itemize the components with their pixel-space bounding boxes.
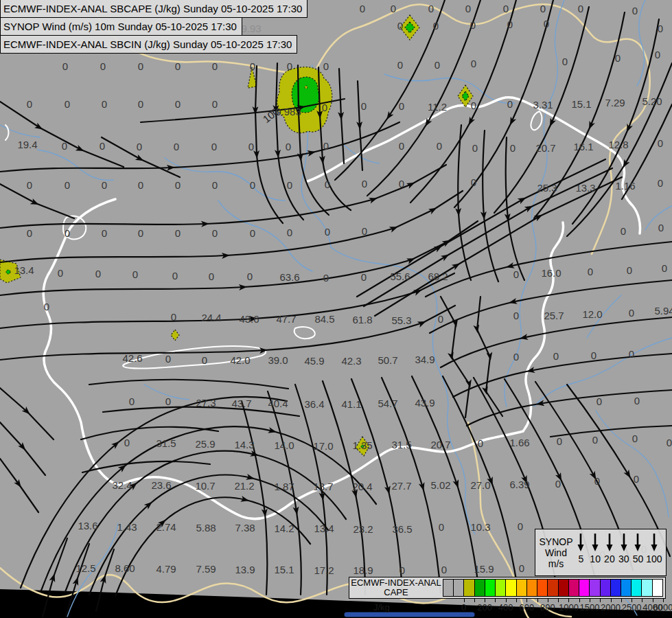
station-value: 17.0 (313, 440, 333, 452)
station-value: 0 (138, 227, 143, 239)
station-value: 0 (662, 262, 667, 274)
national-border (43, 199, 120, 485)
station-value: 0 (397, 20, 403, 32)
station-value: 0 (472, 142, 478, 154)
station-value: 0 (667, 437, 672, 448)
station-value: 0 (658, 177, 663, 189)
station-value: 0 (438, 313, 443, 325)
station-value: 0 (95, 268, 101, 279)
station-value: 0 (540, 3, 546, 14)
station-value: 0 (250, 60, 255, 72)
station-value: 0 (165, 396, 171, 407)
station-value: 61.8 (352, 314, 372, 325)
station-value: 0 (435, 59, 440, 71)
station-value: 12.5 (76, 562, 95, 574)
wind-streamline (375, 177, 622, 316)
station-value: 0 (44, 301, 49, 312)
station-value: 15.1 (274, 564, 294, 575)
station-value: 0 (165, 353, 171, 365)
station-value: 0 (399, 100, 404, 112)
station-value: 0 (557, 435, 562, 447)
cape-color-cell (559, 580, 569, 596)
wind-streamline (483, 130, 498, 282)
cape-unit-label: J/kg (373, 602, 390, 613)
wind-speed-label: 50 (633, 554, 644, 564)
wind-streamline (255, 66, 283, 223)
station-value: 0 (323, 60, 329, 72)
national-border (523, 222, 564, 431)
station-value: 15.1 (571, 98, 591, 110)
wind-streamline (0, 306, 455, 360)
wind-arrow-item: 10 (589, 532, 601, 574)
station-value: 0 (175, 179, 181, 191)
station-value: 3.31 (533, 99, 553, 111)
cape-color-cell (454, 580, 464, 596)
station-value: 13.6 (78, 520, 97, 531)
station-value: 13.4 (14, 264, 34, 276)
wind-streamline (506, 137, 524, 280)
station-value: 0 (391, 3, 396, 14)
cape-color-cell (537, 580, 548, 596)
station-value: 68.2 (428, 271, 448, 282)
station-value: 0 (102, 227, 107, 239)
station-value: 0 (202, 354, 207, 366)
station-value: 0 (471, 100, 476, 111)
station-value: 0 (562, 56, 568, 67)
station-value: 0 (172, 270, 178, 282)
station-value: 25.7 (544, 310, 564, 321)
wind-legend-title-line1: SYNOP (539, 536, 572, 547)
cape-area (305, 86, 308, 89)
cape-color-cell (464, 580, 474, 596)
station-value: 42.3 (341, 355, 361, 367)
station-value: 0 (621, 225, 626, 237)
station-value: 19.4 (17, 139, 37, 150)
wind-streamline (0, 165, 446, 228)
cape-scale-label: 1000 (559, 602, 579, 613)
wind-arrow-icon (632, 532, 644, 553)
station-value: 13.9 (235, 564, 255, 575)
station-value: 63.6 (279, 271, 299, 283)
wind-streamline (458, 125, 471, 280)
station-value: 0 (441, 564, 447, 575)
station-value: 1.87 (274, 481, 294, 492)
cape-color-legend: ECMWF-INDEX-ANAL CAPE J/kg 0200400600800… (349, 577, 666, 615)
station-value: 41.1 (341, 398, 361, 410)
station-value: 0 (174, 141, 179, 152)
station-value: 14.0 (274, 439, 294, 451)
station-value: 0 (513, 268, 519, 280)
station-value: 55.6 (390, 271, 410, 282)
station-value: 0 (65, 227, 70, 239)
cape-scale-label: 2500 (622, 602, 642, 613)
wind-legend-title: SYNOP Wind m/s (535, 529, 574, 575)
station-value: 0 (544, 18, 549, 30)
station-value: 0 (102, 179, 107, 191)
station-value: 21.2 (234, 480, 254, 492)
station-value: 34.9 (415, 354, 435, 365)
station-value: 0 (437, 140, 442, 152)
wind-streamline (0, 273, 454, 328)
river (505, 0, 564, 407)
station-value: 0 (325, 226, 330, 238)
station-value: 0 (510, 142, 515, 154)
station-value: 0 (399, 564, 405, 576)
map-title-block: ECMWF-INDEX-ANAL SBCAPE (J/kg) Sunday 05… (0, 0, 308, 54)
station-value: 13.3 (575, 182, 595, 194)
station-value: 27.3 (196, 397, 216, 409)
station-value: 0 (62, 60, 68, 72)
station-value: 8.60 (115, 562, 135, 574)
station-value: 0 (138, 179, 143, 191)
cape-color-cell (517, 580, 527, 596)
weather-map-screen: 0000000009.93000000000000000000000000000… (0, 0, 672, 618)
river (38, 150, 113, 180)
station-value: 31.5 (391, 439, 411, 450)
cape-legend-title-line2: CAPE (349, 588, 443, 597)
station-value: 0 (325, 179, 330, 190)
station-value: 0 (362, 225, 367, 237)
wind-arrow-item: 20 (603, 532, 616, 574)
wind-legend-arrows: 510203050100 (574, 529, 666, 575)
station-value: 0 (124, 437, 130, 448)
national-border (294, 327, 315, 339)
station-value: 0 (250, 227, 255, 239)
station-value: 0 (287, 60, 292, 72)
cape-color-cell (443, 580, 454, 596)
